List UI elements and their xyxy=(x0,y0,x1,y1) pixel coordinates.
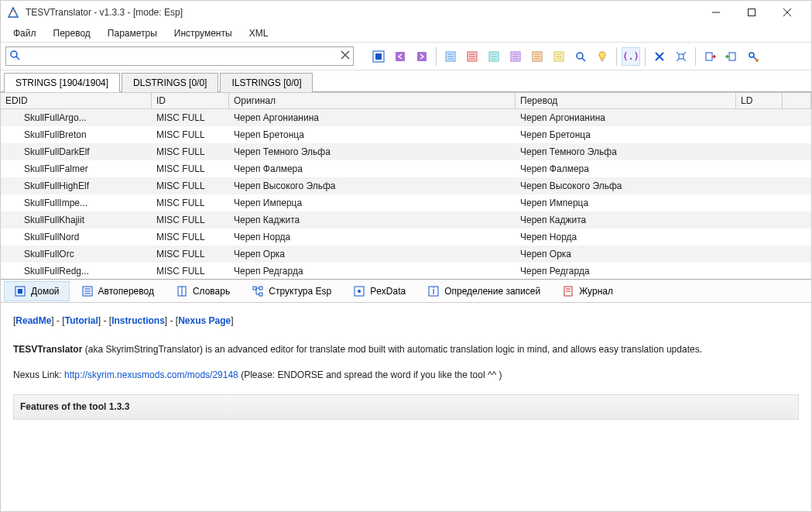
svg-text:i: i xyxy=(433,286,435,297)
filter-yellow-button[interactable] xyxy=(550,47,568,66)
tutorial-link[interactable]: Tutorial xyxy=(65,315,98,326)
book-icon xyxy=(176,285,188,297)
table-row[interactable]: SkullFullArgo...MISC FULLЧереп Аргониани… xyxy=(1,109,811,126)
cell-ld xyxy=(736,116,783,119)
search-box[interactable] xyxy=(5,46,354,66)
cell-edid: SkullFullRedg... xyxy=(1,264,152,278)
nexuspage-link[interactable]: Nexus Page xyxy=(178,315,231,326)
svg-point-4 xyxy=(11,51,17,57)
menu-xml[interactable]: XML xyxy=(242,26,276,41)
tab-2[interactable]: ILSTRINGS [0/0] xyxy=(220,73,313,92)
expand-button[interactable] xyxy=(672,47,690,66)
cell-translation: Череп Темного Эльфа xyxy=(516,145,736,159)
cell-translation: Череп Каджита xyxy=(516,213,736,227)
data-grid[interactable]: SkullFullArgo...MISC FULLЧереп Аргониани… xyxy=(1,109,811,280)
bottom-tab-book[interactable]: Словарь xyxy=(166,281,240,301)
table-row[interactable]: SkullFullRedg...MISC FULLЧереп РедгардаЧ… xyxy=(1,263,811,280)
table-row[interactable]: SkullFullDarkElfMISC FULLЧереп Темного Э… xyxy=(1,143,811,160)
cell-id: MISC FULL xyxy=(152,196,229,210)
instructions-link[interactable]: Instructions xyxy=(111,315,165,326)
nexus-line: Nexus Link: http://skyrim.nexusmods.com/… xyxy=(13,368,799,383)
filter-blue-button[interactable] xyxy=(441,47,460,66)
menu-параметры[interactable]: Параметры xyxy=(100,26,165,41)
svg-line-45 xyxy=(753,57,756,60)
bottom-tab-label: Журнал xyxy=(579,286,613,297)
next-result-button[interactable] xyxy=(413,47,431,66)
svg-line-37 xyxy=(582,58,585,61)
prev-result-button[interactable] xyxy=(391,47,409,66)
bottom-tab-label: Автоперевод xyxy=(98,286,154,297)
table-row[interactable]: SkullFullNordMISC FULLЧереп НордаЧереп Н… xyxy=(1,229,811,246)
export-button[interactable] xyxy=(722,47,741,66)
tab-0[interactable]: STRINGS [1904/1904] xyxy=(4,73,120,92)
table-row[interactable]: SkullFullImpe...MISC FULLЧереп ИмперцаЧе… xyxy=(1,194,811,211)
home-links: [ReadMe] - [Tutorial] - [Instructions] -… xyxy=(13,314,799,328)
window-title: TESVTranslator - v1.3.3 - [mode: Esp] xyxy=(26,7,698,18)
cell-edid: SkullFullDarkElf xyxy=(1,145,152,159)
svg-rect-41 xyxy=(679,54,684,59)
cell-translation: Череп Норда xyxy=(516,230,736,244)
toolbar: (.) xyxy=(1,43,811,70)
filter-red-button[interactable] xyxy=(463,47,481,66)
cell-ld xyxy=(736,184,783,187)
menu-перевод[interactable]: Перевод xyxy=(46,26,98,41)
find-button[interactable] xyxy=(571,47,590,66)
cell-ld xyxy=(736,133,783,136)
bottom-tab-home[interactable]: Домой xyxy=(4,281,70,301)
cell-ld xyxy=(736,201,783,204)
bottom-tab-data[interactable]: PexData xyxy=(343,281,416,301)
hint-button[interactable] xyxy=(593,47,612,66)
cell-edid: SkullFullNord xyxy=(1,230,152,244)
bottom-tab-tree[interactable]: Структура Esp xyxy=(242,281,341,301)
clear-search-icon[interactable] xyxy=(341,50,350,62)
inspect-button[interactable] xyxy=(744,47,762,66)
select-all-button[interactable] xyxy=(369,47,388,66)
header-id[interactable]: ID xyxy=(152,92,229,108)
cell-edid: SkullFullOrc xyxy=(1,247,152,261)
cancel-button[interactable] xyxy=(650,47,669,66)
table-row[interactable]: SkullFullHighElfMISC FULLЧереп Высокого … xyxy=(1,177,811,194)
menu-файл[interactable]: Файл xyxy=(5,26,44,41)
table-row[interactable]: SkullFullFalmerMISC FULLЧереп ФалмераЧер… xyxy=(1,160,811,177)
tab-1[interactable]: DLSTRINGS [0/0] xyxy=(122,73,218,92)
readme-link[interactable]: ReadMe xyxy=(15,315,51,326)
cell-original: Череп Бретонца xyxy=(229,128,516,142)
svg-rect-56 xyxy=(259,287,262,290)
table-row[interactable]: SkullFullBretonMISC FULLЧереп БретонцаЧе… xyxy=(1,126,811,143)
close-button[interactable] xyxy=(769,1,805,24)
cell-translation: Череп Бретонца xyxy=(516,128,736,142)
header-original[interactable]: Оригинал xyxy=(229,92,516,108)
tree-icon xyxy=(252,285,264,297)
filter-cyan-button[interactable] xyxy=(485,47,503,66)
cell-ld xyxy=(736,150,783,153)
table-row[interactable]: SkullFullKhajiitMISC FULLЧереп КаджитаЧе… xyxy=(1,211,811,229)
nexus-url[interactable]: http://skyrim.nexusmods.com/mods/29148 xyxy=(64,369,238,380)
table-row[interactable]: SkullFullOrcMISC FULLЧереп ОркаЧереп Орк… xyxy=(1,246,811,263)
cell-id: MISC FULL xyxy=(152,247,229,261)
bottom-tab-label: Словарь xyxy=(193,286,230,297)
maximize-button[interactable] xyxy=(734,1,769,24)
bottom-tab-info[interactable]: iОпределение записей xyxy=(417,281,550,301)
filter-orange-button[interactable] xyxy=(528,47,546,66)
menu-инструменты[interactable]: Инструменты xyxy=(166,26,240,41)
header-translation[interactable]: Перевод xyxy=(516,92,736,108)
filter-purple-button[interactable] xyxy=(506,47,525,66)
search-input[interactable] xyxy=(20,51,341,62)
app-desc-text: (aka SkyrimStringTranslator) is an advan… xyxy=(82,344,702,355)
svg-rect-10 xyxy=(396,52,405,61)
bottom-tab-log[interactable]: Журнал xyxy=(552,281,623,301)
brackets-button[interactable]: (.) xyxy=(622,47,640,66)
header-ld[interactable]: LD xyxy=(736,92,783,108)
cell-ld xyxy=(736,218,783,222)
bottom-tab-list[interactable]: Автоперевод xyxy=(71,281,164,301)
cell-original: Череп Темного Эльфа xyxy=(229,145,516,159)
svg-line-5 xyxy=(16,57,19,60)
data-icon xyxy=(353,285,365,297)
header-edid[interactable]: EDID xyxy=(1,92,152,108)
import-button[interactable] xyxy=(701,47,719,66)
home-panel: [ReadMe] - [Tutorial] - [Instructions] -… xyxy=(1,303,811,511)
header-spacer xyxy=(783,92,811,108)
cell-original: Череп Высокого Эльфа xyxy=(229,179,516,193)
minimize-button[interactable] xyxy=(698,1,734,24)
cell-ld xyxy=(736,167,783,170)
